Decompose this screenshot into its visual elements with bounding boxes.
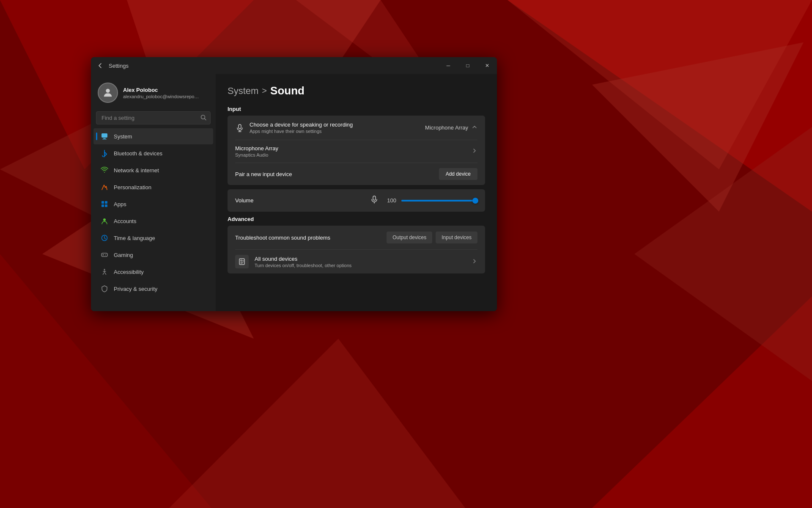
user-email: alexandru_poloboc@windowsreport...: [123, 94, 199, 99]
sidebar-item-privacy[interactable]: Privacy & security: [93, 281, 213, 297]
search-input[interactable]: [96, 111, 211, 124]
sidebar-label-accessibility: Accessibility: [114, 269, 144, 275]
sidebar: Alex Poloboc alexandru_poloboc@windowsre…: [91, 74, 216, 311]
sidebar-label-system: System: [114, 133, 132, 140]
troubleshoot-row: Troubleshoot common sound problems Outpu…: [228, 226, 485, 249]
search-box: [96, 111, 211, 124]
advanced-section-label: Advanced: [228, 216, 485, 222]
svg-rect-25: [102, 253, 107, 257]
volume-slider[interactable]: [401, 200, 477, 202]
volume-label: Volume: [235, 197, 365, 204]
sidebar-item-accessibility[interactable]: Accessibility: [93, 264, 213, 280]
svg-point-29: [105, 255, 106, 256]
sidebar-label-apps: Apps: [114, 201, 126, 207]
input-device-card: Choose a device for speaking or recordin…: [228, 116, 485, 185]
bluetooth-icon: [100, 149, 109, 157]
gaming-icon: [100, 251, 109, 259]
apps-icon: [100, 200, 109, 208]
sidebar-label-personalization: Personalization: [114, 184, 151, 190]
sidebar-label-time: Time & language: [114, 235, 155, 241]
chevron-up-icon: [472, 124, 477, 131]
sidebar-item-bluetooth[interactable]: Bluetooth & devices: [93, 145, 213, 161]
all-devices-subtitle: Turn devices on/off, troubleshoot, other…: [255, 263, 472, 268]
time-icon: [100, 234, 109, 242]
sidebar-item-time[interactable]: Time & language: [93, 230, 213, 246]
chevron-right-icon: [472, 148, 477, 155]
sidebar-label-gaming: Gaming: [114, 252, 133, 258]
close-button[interactable]: ✕: [477, 57, 497, 74]
svg-rect-19: [102, 201, 104, 204]
content-area: Alex Poloboc alexandru_poloboc@windowsre…: [91, 74, 497, 311]
active-indicator: [96, 133, 97, 140]
all-sound-devices-row[interactable]: All sound devices Turn devices on/off, t…: [228, 250, 485, 273]
svg-point-13: [106, 89, 110, 93]
pair-label: Pair a new input device: [235, 171, 439, 177]
sidebar-label-network: Network & internet: [114, 167, 159, 174]
search-icon: [200, 114, 206, 121]
accessibility-icon: [100, 268, 109, 276]
device-selector-info: Choose a device for speaking or recordin…: [250, 121, 420, 134]
input-devices-button[interactable]: Input devices: [436, 232, 477, 243]
troubleshoot-label: Troubleshoot common sound problems: [235, 235, 383, 241]
volume-slider-fill: [401, 200, 477, 202]
sidebar-item-accounts[interactable]: Accounts: [93, 213, 213, 229]
sidebar-item-personalization[interactable]: Personalization: [93, 179, 213, 195]
privacy-icon: [100, 284, 109, 293]
sidebar-item-network[interactable]: Network & internet: [93, 162, 213, 178]
input-section-label: Input: [228, 106, 485, 112]
svg-rect-16: [102, 133, 107, 138]
volume-number: 100: [384, 197, 396, 204]
pair-new-device-row: Pair a new input device Add device: [228, 163, 485, 185]
system-icon: [100, 132, 109, 141]
microphone-array-row[interactable]: Microphone Array Synaptics Audio: [228, 140, 485, 163]
sidebar-label-accounts: Accounts: [114, 218, 136, 224]
svg-rect-17: [103, 138, 106, 139]
svg-line-15: [205, 119, 206, 120]
device-selector-title: Choose a device for speaking or recordin…: [250, 121, 420, 128]
settings-window: Settings ─ □ ✕ Alex Poloboc alexandru_po…: [91, 57, 497, 311]
svg-rect-18: [102, 139, 107, 140]
back-button[interactable]: [96, 61, 104, 70]
volume-card: Volume 100: [228, 189, 485, 212]
main-content: System > Sound Input: [216, 74, 497, 311]
avatar: [98, 83, 118, 103]
device-selector-row[interactable]: Choose a device for speaking or recordin…: [228, 116, 485, 140]
device-selector-value: Microphone Array: [425, 124, 477, 131]
svg-rect-31: [239, 124, 241, 129]
user-info: Alex Poloboc alexandru_poloboc@windowsre…: [123, 87, 199, 99]
svg-rect-21: [102, 204, 104, 207]
svg-point-23: [103, 218, 106, 221]
sidebar-item-gaming[interactable]: Gaming: [93, 247, 213, 263]
microphone-input-icon: [235, 124, 244, 132]
maximize-button[interactable]: □: [458, 57, 477, 74]
all-devices-title: All sound devices: [255, 256, 472, 262]
selected-device-name: Microphone Array: [425, 124, 468, 131]
svg-rect-22: [105, 204, 107, 207]
svg-point-28: [105, 254, 106, 255]
sidebar-label-privacy: Privacy & security: [114, 286, 157, 292]
breadcrumb-parent[interactable]: System: [228, 86, 258, 97]
microphone-array-name: Microphone Array: [235, 145, 472, 152]
device-selector-subtitle: Apps might have their own settings: [250, 129, 420, 134]
window-title: Settings: [109, 63, 492, 69]
user-profile[interactable]: Alex Poloboc alexandru_poloboc@windowsre…: [91, 74, 216, 110]
sidebar-item-apps[interactable]: Apps: [93, 196, 213, 212]
page-title: Sound: [270, 84, 304, 97]
breadcrumb: System > Sound: [228, 84, 485, 97]
sidebar-item-system[interactable]: System: [93, 128, 213, 144]
output-devices-button[interactable]: Output devices: [387, 232, 432, 243]
network-icon: [100, 166, 109, 174]
minimize-button[interactable]: ─: [439, 57, 458, 74]
svg-point-30: [104, 269, 105, 270]
sidebar-label-bluetooth: Bluetooth & devices: [114, 150, 162, 157]
all-devices-chevron-icon: [472, 258, 477, 265]
add-device-button[interactable]: Add device: [439, 168, 477, 180]
svg-rect-20: [105, 201, 107, 204]
microphone-array-sub: Synaptics Audio: [235, 152, 472, 157]
microphone-array-info: Microphone Array Synaptics Audio: [235, 145, 472, 157]
user-name: Alex Poloboc: [123, 87, 199, 93]
all-devices-info: All sound devices Turn devices on/off, t…: [255, 256, 472, 268]
volume-slider-thumb: [472, 198, 478, 204]
volume-mic-icon: [370, 195, 379, 206]
all-devices-icon: [235, 255, 249, 268]
